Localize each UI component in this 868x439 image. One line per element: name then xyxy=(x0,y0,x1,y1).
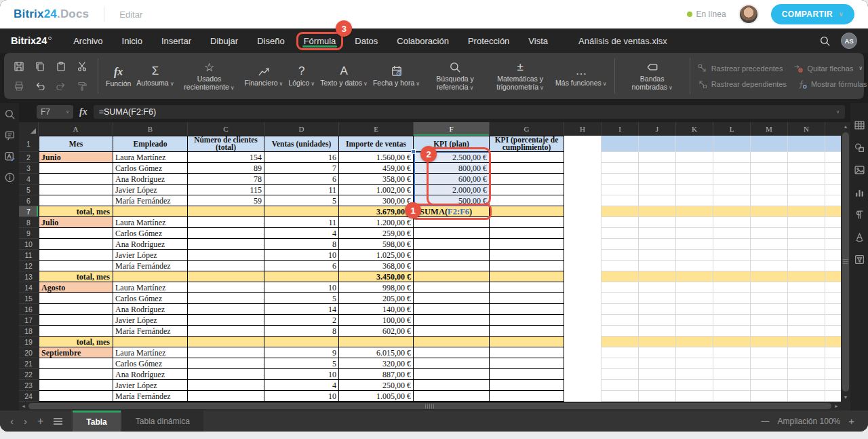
info-icon[interactable] xyxy=(4,172,16,183)
cell-C9[interactable] xyxy=(188,228,264,239)
cell-A9[interactable] xyxy=(39,228,113,239)
selection-handle[interactable] xyxy=(411,149,416,154)
menu-tab-insertar[interactable]: Insertar xyxy=(160,28,193,53)
cell-L8[interactable] xyxy=(713,217,751,228)
horizontal-scroll-thumb[interactable] xyxy=(28,403,831,409)
cell-A6[interactable] xyxy=(39,195,113,206)
cell-D8[interactable]: 11 xyxy=(264,217,339,228)
cell-L10[interactable] xyxy=(713,239,751,250)
cell-K24[interactable] xyxy=(676,391,713,402)
cell-I22[interactable] xyxy=(601,369,639,380)
cell-H17[interactable] xyxy=(564,315,601,326)
cell-I15[interactable] xyxy=(601,293,639,304)
cell-name-box[interactable]: F7 ∨ xyxy=(37,105,73,119)
cell-L22[interactable] xyxy=(713,369,751,380)
cell-K16[interactable] xyxy=(676,304,713,315)
row-header-1[interactable]: 1 xyxy=(19,136,39,152)
cell-I9[interactable] xyxy=(601,228,639,239)
cell-E5[interactable]: 1.002,00 € xyxy=(339,185,414,195)
cell-B19[interactable] xyxy=(113,337,188,347)
cell-H21[interactable] xyxy=(564,358,601,369)
cell-C14[interactable] xyxy=(188,282,264,293)
cell-K17[interactable] xyxy=(676,315,713,326)
formula-input[interactable]: =SUMA(F2:F6) ∨ xyxy=(94,105,845,119)
cell-I4[interactable] xyxy=(601,174,639,185)
cell-B24[interactable]: María Fernández xyxy=(113,391,188,402)
cell-E4[interactable]: 358,00 € xyxy=(339,174,414,185)
cell-L15[interactable] xyxy=(713,293,751,304)
cell-N13[interactable] xyxy=(788,271,825,282)
cell-M1[interactable] xyxy=(751,136,788,152)
cell-N7[interactable] xyxy=(788,206,825,217)
column-header-H[interactable]: H xyxy=(564,122,601,136)
menu-tab-dibujar[interactable]: Dibujar xyxy=(209,28,239,53)
cell-G5[interactable] xyxy=(490,185,564,195)
cell-G8[interactable] xyxy=(490,217,564,228)
cell-M14[interactable] xyxy=(751,282,788,293)
cell-G24[interactable] xyxy=(490,391,564,402)
cell-L12[interactable] xyxy=(713,261,751,271)
column-header-E[interactable]: E xyxy=(339,122,414,136)
cell-K5[interactable] xyxy=(676,185,713,195)
cell-L5[interactable] xyxy=(713,185,751,195)
cell-B17[interactable]: Javier López xyxy=(113,315,188,326)
cell-N23[interactable] xyxy=(788,380,825,391)
cell-E23[interactable]: 250,00 € xyxy=(339,380,414,391)
cell-H6[interactable] xyxy=(564,195,601,206)
cell-H18[interactable] xyxy=(564,326,601,337)
column-header-L[interactable]: L xyxy=(713,122,751,136)
cell-C12[interactable] xyxy=(188,261,264,271)
cell-K2[interactable] xyxy=(676,152,713,163)
cell-B23[interactable]: Javier López xyxy=(113,380,188,391)
column-header-J[interactable]: J xyxy=(639,122,676,136)
cell-D1[interactable]: Ventas (unidades) xyxy=(264,136,339,152)
cell-I12[interactable] xyxy=(601,261,639,271)
cell-A1[interactable]: Mes xyxy=(39,136,113,152)
cell-J14[interactable] xyxy=(639,282,676,293)
cell-K9[interactable] xyxy=(676,228,713,239)
sheet-tab-tabla-dinamica[interactable]: Tabla dinámica xyxy=(122,411,203,432)
cell-E10[interactable]: 598,00 € xyxy=(339,239,414,250)
cell-N20[interactable] xyxy=(788,347,825,358)
cell-N10[interactable] xyxy=(788,239,825,250)
cell-A22[interactable] xyxy=(39,369,113,380)
cell-M19[interactable] xyxy=(751,337,788,347)
cell-H15[interactable] xyxy=(564,293,601,304)
cell-I19[interactable] xyxy=(601,337,639,347)
cell-L18[interactable] xyxy=(713,326,751,337)
cell-N6[interactable] xyxy=(788,195,825,206)
cell-L1[interactable] xyxy=(713,136,751,152)
cell-M6[interactable] xyxy=(751,195,788,206)
cell-M13[interactable] xyxy=(751,271,788,282)
cell-G4[interactable] xyxy=(490,174,564,185)
menu-tab-proteccion[interactable]: Protección xyxy=(467,28,511,53)
vertical-scrollbar[interactable]: ▲ ▼ xyxy=(841,122,850,402)
cell-B21[interactable]: Carlos Gómez xyxy=(113,358,188,369)
cell-B7[interactable] xyxy=(113,206,188,217)
cell-H8[interactable] xyxy=(564,217,601,228)
select-all-corner[interactable] xyxy=(19,122,39,136)
row-header-6[interactable]: 6 xyxy=(19,195,39,206)
cell-J17[interactable] xyxy=(639,315,676,326)
column-header-F[interactable]: F xyxy=(414,122,490,136)
cell-B10[interactable]: Ana Rodríguez xyxy=(113,239,188,250)
cell-I6[interactable] xyxy=(601,195,639,206)
next-sheet-icon[interactable]: › xyxy=(24,416,27,426)
table-settings-icon[interactable] xyxy=(854,119,865,131)
cell-I2[interactable] xyxy=(601,152,639,163)
cell-D22[interactable]: 10 xyxy=(264,369,339,380)
row-header-12[interactable]: 12 xyxy=(19,261,39,271)
horizontal-scrollbar[interactable]: ◄ ► xyxy=(19,402,841,411)
text-art-icon[interactable] xyxy=(854,231,865,243)
cell-K7[interactable] xyxy=(676,206,713,217)
cell-H14[interactable] xyxy=(564,282,601,293)
scroll-right-icon[interactable]: ► xyxy=(832,402,841,411)
menu-tab-datos[interactable]: Datos xyxy=(353,28,379,53)
cell-C18[interactable] xyxy=(188,326,264,337)
row-header-4[interactable]: 4 xyxy=(19,174,39,185)
cell-D19[interactable] xyxy=(264,337,339,347)
column-header-G[interactable]: G xyxy=(490,122,564,136)
cell-F11[interactable] xyxy=(414,250,490,261)
image-icon[interactable] xyxy=(854,164,865,176)
cell-I13[interactable] xyxy=(601,271,639,282)
